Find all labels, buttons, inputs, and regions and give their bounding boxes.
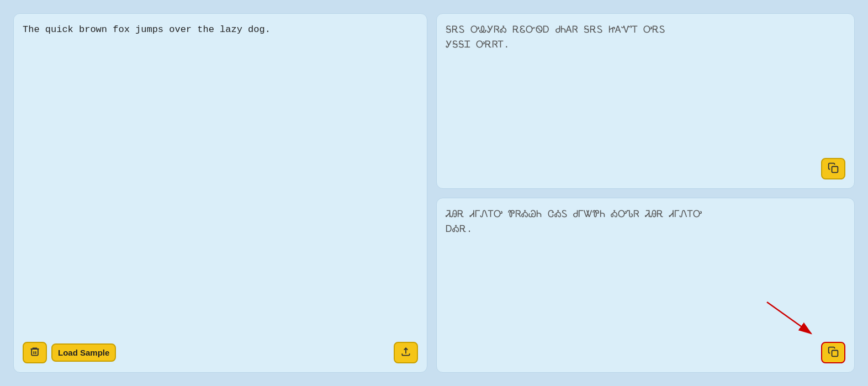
copy-btn-wrapper-2: [446, 342, 845, 363]
upload-button[interactable]: [394, 342, 418, 363]
upload-icon: [400, 346, 411, 359]
svg-rect-8: [832, 351, 838, 357]
copy-button-1[interactable]: [821, 158, 845, 179]
clear-button[interactable]: [23, 342, 47, 363]
left-panel: The quick brown fox jumps over the lazy …: [13, 13, 427, 373]
output-text-1: ᎦᎡᏚ ᎤᎲᎩᏒᎣ ᎡᏋᏅᏫᎠ ᏧᏂᎪᏒ ᎦᎡᏚ ᏥᎪᏉᎢ ᎤᎡᏚ ᎩᎦᎦᏆ Ꭴ…: [446, 23, 845, 154]
svg-rect-5: [832, 166, 838, 172]
svg-rect-1: [31, 349, 38, 356]
clear-icon: [29, 346, 40, 359]
load-sample-button[interactable]: Load Sample: [51, 343, 116, 362]
load-sample-label: Load Sample: [58, 348, 109, 357]
output-text-2: ᏘᎯᎡ ᏗᎱᏁᎢᎤ ᏈᏒᎣᏊᏂ ᏣᎣᏚ ᏧᎱᏔᏈᏂ ᎣᎤᏖᏒ ᏘᎯᎡ ᏗᎱᏁᎢᎤ…: [446, 207, 845, 338]
right-panel: ᎦᎡᏚ ᎤᎲᎩᏒᎣ ᎡᏋᏅᏫᎠ ᏧᏂᎪᏒ ᎦᎡᏚ ᏥᎪᏉᎢ ᎤᎡᏚ ᎩᎦᎦᏆ Ꭴ…: [436, 13, 855, 373]
output-box-1: ᎦᎡᏚ ᎤᎲᎩᏒᎣ ᎡᏋᏅᏫᎠ ᏧᏂᎪᏒ ᎦᎡᏚ ᏥᎪᏉᎢ ᎤᎡᏚ ᎩᎦᎦᏆ Ꭴ…: [436, 13, 855, 189]
left-bottom-bar: Load Sample: [23, 342, 418, 363]
left-actions: Load Sample: [23, 342, 116, 363]
main-container: The quick brown fox jumps over the lazy …: [0, 0, 868, 386]
copy-button-2[interactable]: [821, 342, 845, 363]
copy-icon-2: [828, 346, 839, 359]
copy-icon-1: [828, 162, 839, 175]
copy-btn-wrapper-1: [446, 158, 845, 179]
output-box-2: ᏘᎯᎡ ᏗᎱᏁᎢᎤ ᏈᏒᎣᏊᏂ ᏣᎣᏚ ᏧᎱᏔᏈᏂ ᎣᎤᏖᏒ ᏘᎯᎡ ᏗᎱᏁᎢᎤ…: [436, 198, 855, 373]
input-textarea[interactable]: The quick brown fox jumps over the lazy …: [23, 23, 418, 337]
